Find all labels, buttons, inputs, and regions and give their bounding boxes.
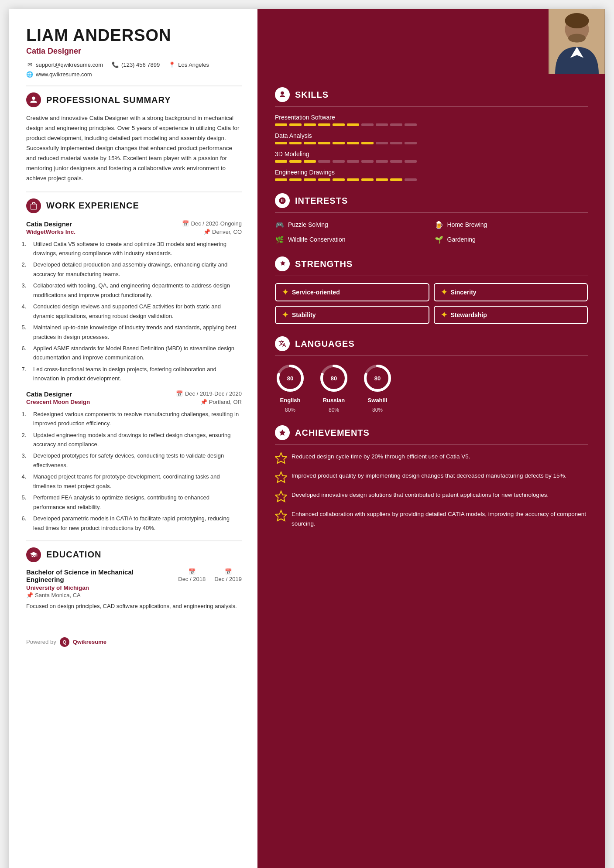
interests-title: INTERESTS [295,196,348,206]
interest-1: 🎮 Puzzle Solving [275,220,429,229]
interest-4: 🌱 Gardening [434,235,588,244]
skill-4-bar [275,178,588,181]
svg-marker-11 [275,472,287,482]
bullet-1-4: Conducted design reviews and supported C… [28,302,242,321]
english-pct-label: 80% [285,407,295,413]
interest-3: 🌿 Wildlife Conservation [275,235,429,244]
bullet-1-1: Utilized Catia V5 software to create and… [28,239,242,258]
languages-title: LANGUAGES [295,339,355,349]
seg [275,160,287,163]
contact-row-2: 🌐 www.qwikresume.com [26,71,242,78]
strengths-icon [275,256,290,271]
language-swahili: 80 Swahili 80% [362,363,393,413]
achievement-star-2 [275,471,287,483]
skills-divider [275,106,588,107]
pin-icon-1: 📌 [203,229,210,235]
full-name: LIAM ANDERSON [26,26,242,45]
english-circle: 80 [275,363,305,393]
job-1-date: 📅 Dec / 2020-Ongoing [182,220,242,227]
seg [361,142,374,144]
svg-marker-12 [275,491,287,502]
strength-4-label: Stewardship [451,311,487,318]
work-icon [26,198,41,213]
seg [361,123,374,126]
left-panel: LIAM ANDERSON Catia Designer ✉ support@q… [9,9,257,868]
interests-header: INTERESTS [275,193,588,208]
russian-circle: 80 [319,363,349,393]
achievement-3-text: Developed innovative design solutions th… [292,490,549,500]
strength-2: ✦ Sincerity [434,283,588,301]
star-icon-4: ✦ [441,310,447,320]
seg [275,123,287,126]
seg [333,123,345,126]
english-percent-label: 80 [287,375,293,382]
puzzle-icon: 🎮 [275,220,285,229]
interest-2-label: Home Brewing [447,221,487,228]
seg [289,123,302,126]
edu-degree: Bachelor of Science in Mechanical Engine… [26,568,157,583]
gardening-icon: 🌱 [434,235,444,244]
seg [304,160,316,163]
achievements-divider [275,444,588,445]
globe-icon: 🌐 [26,71,33,78]
interests-icon [275,193,290,208]
seg [405,123,417,126]
english-name: English [280,397,301,403]
job-1-header: Catia Designer 📅 Dec / 2020-Ongoing [26,220,242,228]
seg [405,160,417,163]
profile-photo [549,9,605,74]
divider-3 [26,540,242,541]
location-contact: 📍 Los Angeles [168,61,209,68]
skill-4-name: Engineering Drawings [275,169,588,176]
phone-contact: 📞 (123) 456 7899 [112,61,160,68]
job-2-location: 📌 Portland, OR [200,399,242,405]
strengths-title: STRENGTHS [295,259,353,269]
email-icon: ✉ [26,61,33,68]
russian-pct-label: 80% [329,407,339,413]
photo-placeholder [549,9,605,74]
seg [333,178,345,181]
edu-description: Focused on design principles, CAD softwa… [26,602,242,611]
bullet-2-1: Redesigned various components to resolve… [28,410,242,428]
email-value: support@qwikresume.com [36,62,103,68]
job-1: Catia Designer 📅 Dec / 2020-Ongoing Widg… [26,220,242,383]
qwik-logo-icon: Q [60,637,69,647]
interests-divider [275,212,588,213]
wildlife-icon: 🌿 [275,235,285,244]
swahili-pct-label: 80% [372,407,383,413]
website-value: www.qwikresume.com [36,71,92,78]
right-content: SKILLS Presentation Software [257,83,605,528]
seg [289,160,302,163]
svg-marker-13 [275,510,287,521]
languages-divider [275,355,588,356]
edu-entry-1: Bachelor of Science in Mechanical Engine… [26,568,242,611]
contact-row-1: ✉ support@qwikresume.com 📞 (123) 456 789… [26,61,242,68]
edu-location: 📌 Santa Monica, CA [26,592,242,598]
job-2-company: Crescent Moon Design [26,399,90,405]
skills-title: SKILLS [295,90,329,100]
achievements-icon [275,425,290,440]
russian-pct: 80 [331,375,337,382]
job-1-title: Catia Designer [26,220,72,228]
edu-title: EDUCATION [46,550,101,560]
seg [376,142,388,144]
job-2-header: Catia Designer 📅 Dec / 2019-Dec / 2020 [26,390,242,398]
location-icon: 📍 [168,61,175,68]
russian-name: Russian [323,397,345,403]
seg [347,123,359,126]
languages-row: 80 English 80% [275,363,588,413]
languages-section: LANGUAGES 80 [275,336,588,413]
bullet-2-2: Updated engineering models and drawings … [28,431,242,449]
strength-4: ✦ Stewardship [434,306,588,324]
brand-name: Qwikresume [73,639,106,645]
seg [390,142,402,144]
swahili-pct: 80 [374,375,381,382]
job-2: Catia Designer 📅 Dec / 2019-Dec / 2020 C… [26,390,242,533]
swahili-circle: 80 [362,363,393,393]
svg-point-3 [568,34,586,43]
seg [405,178,417,181]
phone-value: (123) 456 7899 [121,62,160,68]
work-title: WORK EXPERIENCE [46,201,139,211]
strength-1-label: Service-oriented [292,289,340,296]
strength-1: ✦ Service-oriented [275,283,429,301]
